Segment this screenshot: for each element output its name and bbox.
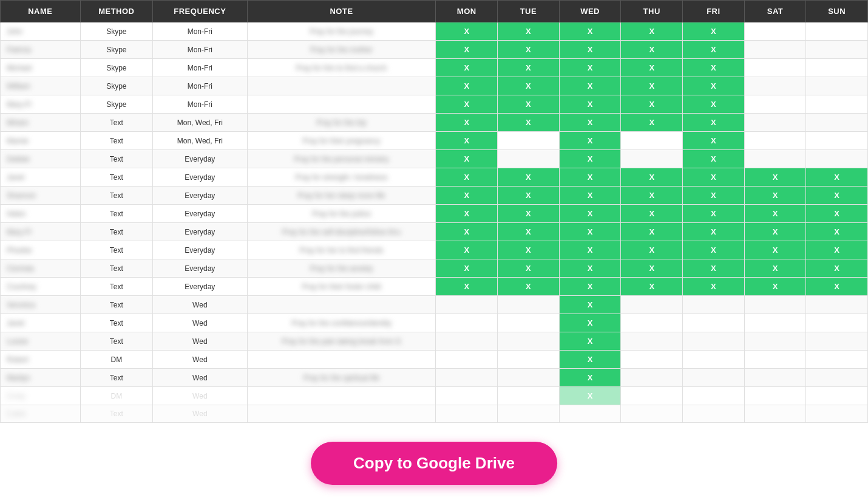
table-row: WilliamSkypeMon-FriXXXXX (1, 77, 868, 95)
check-mark: X (588, 209, 593, 218)
cell-frequency: Everyday (153, 223, 247, 241)
table-row: CalebTextWed (1, 405, 868, 423)
cell-method: Skype (80, 59, 153, 77)
cell-sun (806, 314, 868, 332)
cell-frequency: Wed (153, 369, 247, 387)
cell-tue (498, 405, 560, 423)
check-mark: X (773, 191, 778, 200)
cell-tue (498, 332, 560, 351)
cell-mon: X (436, 205, 498, 223)
check-mark: X (464, 264, 469, 273)
cell-note: Pray for the personal ministry (247, 150, 436, 168)
cell-sat (744, 150, 806, 168)
cell-name: William (1, 77, 81, 95)
cell-sun (806, 405, 868, 423)
cell-frequency: Mon-Fri (153, 22, 247, 41)
cell-frequency: Everyday (153, 241, 247, 259)
table-row: MiriamTextMon, Wed, FriPray for the trip… (1, 114, 868, 132)
cell-sat (744, 351, 806, 369)
check-mark: X (588, 81, 593, 91)
cell-thu (621, 132, 683, 150)
table-header-row: NAME METHOD FREQUENCY NOTE MON TUE WED T… (1, 1, 868, 22)
cell-frequency: Mon-Fri (153, 77, 247, 95)
table-row: PhoebeTextEverydayPray for her to find f… (1, 241, 868, 259)
cell-thu: X (621, 278, 683, 296)
cell-tue (498, 314, 560, 332)
cell-sat: X (744, 187, 806, 205)
cell-wed: X (559, 187, 621, 205)
cell-wed: X (559, 387, 621, 405)
cell-sun: X (806, 187, 868, 205)
check-mark: X (773, 209, 778, 218)
cell-name: John (1, 22, 81, 41)
cell-fri (683, 332, 745, 351)
cell-tue: X (498, 241, 560, 259)
cell-fri (683, 405, 745, 423)
cell-mon: X (436, 223, 498, 241)
copy-to-google-drive-button[interactable]: Copy to Google Drive (311, 442, 557, 485)
cell-note: Pray for him to find a church (247, 59, 436, 77)
check-mark: X (526, 118, 531, 127)
cell-name: Mamie (1, 132, 81, 150)
cell-mon: X (436, 95, 498, 114)
cell-name: Robert (1, 351, 81, 369)
cell-mon: X (436, 132, 498, 150)
col-header-wed: WED (559, 1, 621, 22)
cell-thu: X (621, 241, 683, 259)
cell-sat (744, 41, 806, 59)
cell-thu (621, 332, 683, 351)
table-body: JohnSkypeMon-FriPray for the journeyXXXX… (1, 22, 868, 423)
check-mark: X (464, 154, 469, 163)
cell-tue: X (498, 187, 560, 205)
cell-mon (436, 405, 498, 423)
cell-wed: X (559, 95, 621, 114)
cell-tue: X (498, 114, 560, 132)
table-row: HelenTextEverydayPray for the policeXXXX… (1, 205, 868, 223)
check-mark: X (649, 118, 654, 127)
cell-tue: X (498, 41, 560, 59)
cell-wed: X (559, 168, 621, 187)
check-mark: X (464, 136, 469, 145)
cell-method: Text (80, 150, 153, 168)
cell-fri: X (683, 95, 745, 114)
cell-note (247, 405, 436, 423)
cell-fri: X (683, 22, 745, 41)
check-mark: X (588, 300, 593, 309)
table-row: MarilynTextWedPray for the spiritual lif… (1, 369, 868, 387)
cell-sun (806, 22, 868, 41)
cell-method: DM (80, 387, 153, 405)
cell-thu (621, 314, 683, 332)
cell-wed: X (559, 77, 621, 95)
check-mark: X (588, 391, 593, 400)
check-mark: X (834, 209, 839, 218)
cell-frequency: Everyday (153, 168, 247, 187)
cell-name: Mary-Fi (1, 223, 81, 241)
cell-fri (683, 296, 745, 314)
cell-method: DM (80, 351, 153, 369)
check-mark: X (588, 27, 593, 36)
check-mark: X (773, 264, 778, 273)
check-mark: X (526, 227, 531, 236)
col-header-note: NOTE (247, 1, 436, 22)
check-mark: X (464, 227, 469, 236)
cell-mon: X (436, 41, 498, 59)
cell-note: Pray for the journey (247, 22, 436, 41)
check-mark: X (773, 227, 778, 236)
check-mark: X (711, 63, 716, 72)
cell-mon (436, 332, 498, 351)
check-mark: X (464, 245, 469, 255)
cell-sat: X (744, 241, 806, 259)
cell-method: Text (80, 296, 153, 314)
cell-method: Text (80, 278, 153, 296)
cell-note: Pray for the spiritual life (247, 369, 436, 387)
cell-tue: X (498, 168, 560, 187)
check-mark: X (464, 209, 469, 218)
check-mark: X (649, 209, 654, 218)
check-mark: X (526, 81, 531, 91)
col-header-tue: TUE (498, 1, 560, 22)
check-mark: X (588, 373, 593, 382)
cell-thu: X (621, 205, 683, 223)
cell-mon: X (436, 22, 498, 41)
cell-mon: X (436, 241, 498, 259)
check-mark: X (711, 154, 716, 163)
